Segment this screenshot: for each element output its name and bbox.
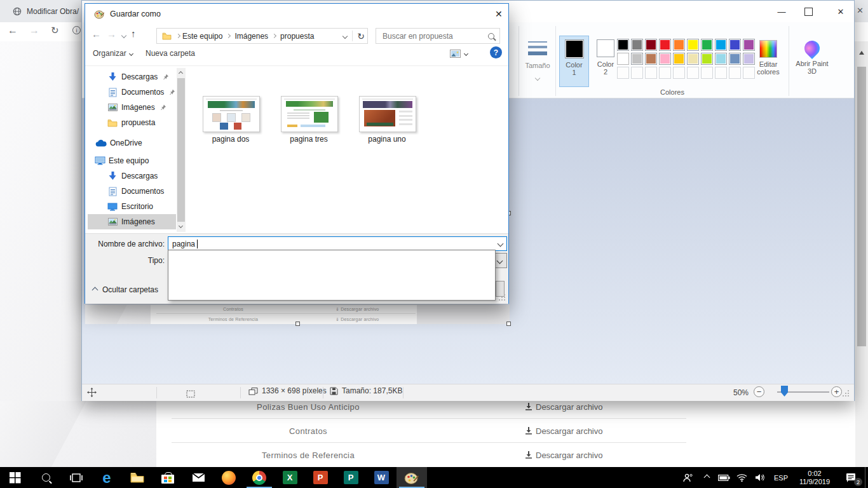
palette-swatch[interactable] xyxy=(701,53,713,65)
sidebar-item-descargas[interactable]: Descargas xyxy=(88,69,176,85)
sidebar-item-imagenes-pc[interactable]: Imágenes xyxy=(88,214,176,229)
browser-back-icon[interactable]: ← xyxy=(8,25,18,36)
palette-empty-cell[interactable] xyxy=(729,67,741,79)
new-folder-button[interactable]: Nueva carpeta xyxy=(146,49,195,58)
taskbar-mail[interactable] xyxy=(183,467,214,488)
palette-empty-cell[interactable] xyxy=(715,67,727,79)
taskbar-paint[interactable] xyxy=(397,467,427,488)
palette-swatch[interactable] xyxy=(659,39,671,51)
browser-close-icon[interactable]: ✕ xyxy=(857,6,864,15)
show-desktop-button[interactable] xyxy=(865,467,868,488)
notification-center-button[interactable]: 2 xyxy=(837,467,865,488)
start-button[interactable] xyxy=(0,467,31,488)
palette-swatch[interactable] xyxy=(673,53,685,65)
language-indicator[interactable]: ESP xyxy=(770,467,792,488)
palette-empty-cell[interactable] xyxy=(645,67,657,79)
task-view-button[interactable] xyxy=(61,467,92,488)
breadcrumb-segment[interactable]: Este equipo xyxy=(182,32,222,41)
clock[interactable]: 0:02 11/9/2019 xyxy=(792,467,837,488)
browser-forward-icon[interactable]: → xyxy=(29,25,39,36)
taskbar-publisher[interactable]: P xyxy=(336,467,366,488)
palette-swatch[interactable] xyxy=(673,39,685,51)
site-info-icon[interactable]: i xyxy=(72,26,81,34)
browser-refresh-icon[interactable]: ↻ xyxy=(51,25,59,36)
taskbar-powerpoint[interactable]: P xyxy=(305,467,336,488)
scroll-up-icon[interactable] xyxy=(179,71,183,76)
filename-dropdown-icon[interactable] xyxy=(498,241,504,247)
dialog-close-icon[interactable]: ✕ xyxy=(495,9,503,19)
people-icon[interactable] xyxy=(677,467,698,488)
organize-menu[interactable]: Organizar xyxy=(93,49,133,58)
palette-empty-cell[interactable] xyxy=(631,67,643,79)
zoom-in-button[interactable]: + xyxy=(831,386,842,397)
sidebar-scrollbar[interactable] xyxy=(177,68,186,232)
window-resize-grip[interactable] xyxy=(842,390,850,397)
refresh-icon[interactable]: ↻ xyxy=(357,31,365,41)
nav-up-icon[interactable]: ↑ xyxy=(131,28,136,39)
scroll-up-icon[interactable] xyxy=(858,46,865,58)
palette-swatch[interactable] xyxy=(715,53,727,65)
palette-empty-cell[interactable] xyxy=(701,67,713,79)
palette-swatch[interactable] xyxy=(729,53,741,65)
palette-empty-cell[interactable] xyxy=(617,67,629,79)
address-bar[interactable]: Este equipo Imágenes propuesta ↻ xyxy=(156,28,368,44)
taskbar-chrome[interactable] xyxy=(244,467,275,488)
palette-empty-cell[interactable] xyxy=(673,67,685,79)
maximize-button[interactable] xyxy=(804,8,813,16)
palette-swatch[interactable] xyxy=(687,53,699,65)
color1-button[interactable]: Color 1 xyxy=(559,36,589,87)
file-item[interactable]: pagina uno xyxy=(359,96,415,144)
palette-empty-cell[interactable] xyxy=(659,67,671,79)
download-link[interactable]: Descargar archivo xyxy=(525,449,603,461)
zoom-out-button[interactable]: − xyxy=(754,386,764,397)
search-box[interactable] xyxy=(376,28,500,44)
tray-expand-icon[interactable] xyxy=(698,467,715,488)
sidebar-item-onedrive[interactable]: OneDrive xyxy=(88,135,176,151)
color2-button[interactable]: Color 2 xyxy=(592,36,620,87)
file-item[interactable]: pagina tres xyxy=(281,96,337,144)
palette-swatch[interactable] xyxy=(645,39,657,51)
file-item[interactable]: pagina dos xyxy=(203,96,259,144)
breadcrumb-segment[interactable]: propuesta xyxy=(280,32,314,41)
canvas-resize-handle[interactable] xyxy=(295,322,300,326)
taskbar-search-button[interactable] xyxy=(31,467,61,488)
dialog-resize-grip[interactable] xyxy=(498,294,506,301)
breadcrumb-segment[interactable]: Imágenes xyxy=(234,32,268,41)
scroll-down-icon[interactable] xyxy=(179,224,183,228)
download-link[interactable]: Descargar archivo xyxy=(525,425,603,437)
hide-folders-button[interactable]: Ocultar carpetas xyxy=(93,285,158,294)
browser-tab[interactable]: Modificar Obra/ xyxy=(13,4,79,19)
open-paint3d-button[interactable]: Abrir Paint 3D xyxy=(792,36,832,87)
palette-swatch[interactable] xyxy=(701,39,713,51)
sidebar-item-este-equipo[interactable]: Este equipo xyxy=(88,153,176,168)
sidebar-item-imagenes[interactable]: Imágenes xyxy=(88,100,176,115)
taskbar-store[interactable] xyxy=(153,467,183,488)
download-link[interactable]: Descargar archivo xyxy=(525,401,603,412)
taskbar-edge[interactable]: e xyxy=(92,467,122,488)
palette-swatch[interactable] xyxy=(715,39,727,51)
nav-history-icon[interactable] xyxy=(121,33,126,38)
wifi-icon[interactable] xyxy=(733,467,750,488)
browser-scrollbar[interactable] xyxy=(855,41,868,467)
nav-forward-icon[interactable]: → xyxy=(107,29,116,39)
sidebar-item-escritorio[interactable]: Escritorio xyxy=(88,199,176,214)
palette-swatch[interactable] xyxy=(617,53,629,65)
minimize-button[interactable]: — xyxy=(775,6,789,17)
scrollbar-thumb[interactable] xyxy=(857,67,866,346)
nav-back-icon[interactable]: ← xyxy=(92,29,101,39)
sidebar-item-documentos[interactable]: Documentos xyxy=(88,85,176,100)
palette-swatch[interactable] xyxy=(645,53,657,65)
filename-input[interactable]: pagina xyxy=(168,236,507,251)
dialog-help-icon[interactable]: ? xyxy=(490,46,502,58)
palette-swatch[interactable] xyxy=(631,39,643,51)
palette-empty-cell[interactable] xyxy=(687,67,699,79)
taskbar-firefox[interactable] xyxy=(214,467,244,488)
taskbar-file-explorer[interactable] xyxy=(122,467,153,488)
size-button[interactable]: Tamaño xyxy=(520,36,555,87)
palette-swatch[interactable] xyxy=(687,39,699,51)
palette-swatch[interactable] xyxy=(617,39,629,51)
view-mode-button[interactable] xyxy=(450,50,468,58)
battery-icon[interactable] xyxy=(715,467,733,488)
canvas-resize-handle[interactable] xyxy=(506,322,511,326)
palette-swatch[interactable] xyxy=(631,53,643,65)
